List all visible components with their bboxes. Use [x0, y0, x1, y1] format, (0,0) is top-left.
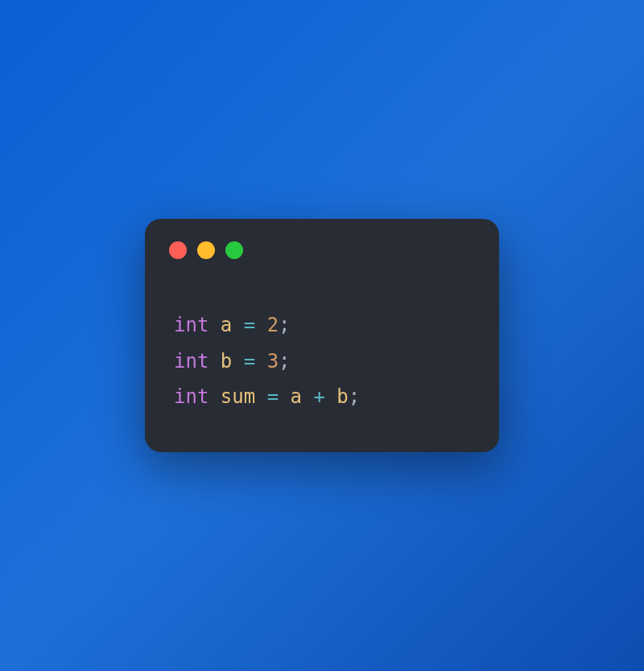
code-token: 2 [267, 314, 279, 336]
code-token: int [174, 314, 208, 336]
code-token [255, 385, 266, 408]
code-block: int a = 2;int b = 3;int sum = a + b; [169, 307, 475, 414]
code-token [255, 314, 266, 336]
code-token [208, 314, 220, 336]
zoom-icon[interactable] [225, 241, 243, 259]
code-line: int b = 3; [174, 344, 475, 379]
code-window: int a = 2;int b = 3;int sum = a + b; [145, 219, 499, 451]
code-token: ; [349, 385, 360, 408]
close-icon[interactable] [169, 241, 187, 259]
code-token: ; [279, 314, 290, 336]
code-token [325, 385, 336, 408]
code-token: int [174, 385, 208, 408]
code-token [279, 385, 290, 408]
window-titlebar [169, 241, 475, 259]
code-token [208, 350, 220, 373]
code-token: ; [279, 350, 290, 373]
code-token: b [221, 350, 232, 373]
code-token: int [174, 350, 208, 373]
code-token: = [244, 314, 255, 336]
code-token: a [291, 385, 302, 408]
code-token: + [313, 385, 324, 408]
code-token: = [267, 385, 279, 408]
code-token [208, 385, 220, 408]
code-line: int a = 2; [174, 307, 475, 343]
code-token: sum [221, 385, 255, 408]
code-token [232, 314, 243, 336]
code-token [232, 350, 243, 373]
minimize-icon[interactable] [197, 241, 215, 259]
code-token: b [336, 385, 348, 408]
code-token: a [221, 314, 232, 336]
code-token [302, 385, 313, 408]
code-token [255, 350, 266, 373]
code-token: 3 [267, 350, 279, 373]
code-token: = [244, 350, 255, 373]
code-line: int sum = a + b; [174, 379, 475, 414]
